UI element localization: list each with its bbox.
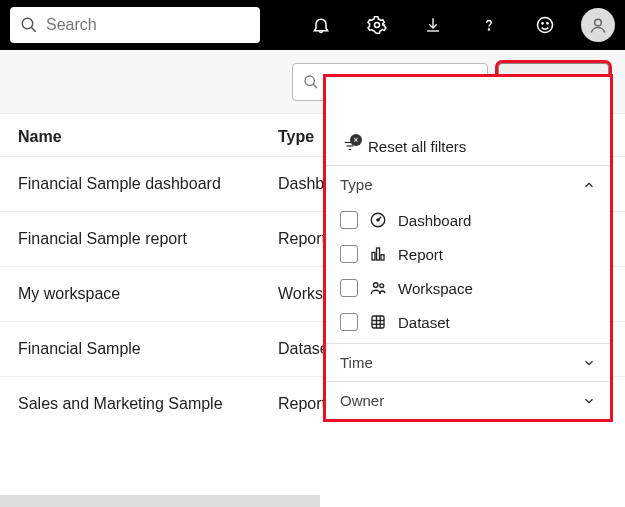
filter-option-workspace[interactable]: Workspace (326, 271, 610, 305)
svg-point-6 (547, 23, 548, 24)
feedback-icon[interactable] (521, 0, 569, 50)
horizontal-scrollbar[interactable] (0, 495, 320, 507)
cell-name: Financial Sample (18, 340, 278, 358)
reset-filters-button[interactable]: × Reset all filters (326, 127, 610, 165)
filter-section-label: Time (340, 354, 373, 371)
checkbox[interactable] (340, 211, 358, 229)
svg-point-22 (380, 284, 384, 288)
col-header-name[interactable]: Name (18, 128, 278, 146)
grid-icon (368, 313, 388, 331)
svg-rect-23 (372, 316, 384, 328)
checkbox[interactable] (340, 279, 358, 297)
filter-section-time[interactable]: Time (326, 343, 610, 381)
search-icon (303, 74, 319, 90)
cell-name: Financial Sample report (18, 230, 278, 248)
global-search-input[interactable] (46, 16, 250, 34)
bars-icon (368, 245, 388, 263)
notifications-icon[interactable] (297, 0, 345, 50)
svg-point-17 (377, 219, 379, 221)
filter-section-type[interactable]: Type (326, 165, 610, 203)
checkbox[interactable] (340, 313, 358, 331)
svg-point-5 (542, 23, 543, 24)
chevron-down-icon (582, 356, 596, 370)
cell-name: Financial Sample dashboard (18, 175, 278, 193)
filter-section-label: Type (340, 176, 373, 193)
filter-option-label: Workspace (398, 280, 473, 297)
svg-point-7 (595, 19, 602, 26)
svg-rect-20 (381, 255, 384, 260)
filter-option-dataset[interactable]: Dataset (326, 305, 610, 343)
filter-section-label: Owner (340, 392, 384, 409)
checkbox[interactable] (340, 245, 358, 263)
chevron-down-icon (582, 394, 596, 408)
svg-rect-19 (377, 248, 380, 260)
download-icon[interactable] (409, 0, 457, 50)
reset-filters-icon: × (340, 137, 360, 155)
svg-rect-18 (372, 253, 375, 261)
search-icon (20, 16, 38, 34)
filter-panel: × Reset all filters Type Dashboard Repor… (323, 74, 613, 422)
settings-icon[interactable] (353, 0, 401, 50)
svg-point-8 (305, 76, 314, 85)
svg-point-0 (22, 18, 33, 29)
cell-name: Sales and Marketing Sample (18, 395, 278, 413)
filter-option-report[interactable]: Report (326, 237, 610, 271)
global-search[interactable] (10, 7, 260, 43)
filter-option-label: Dashboard (398, 212, 471, 229)
account-avatar[interactable] (581, 8, 615, 42)
gauge-icon (368, 211, 388, 229)
svg-line-1 (31, 27, 36, 32)
filter-section-owner[interactable]: Owner (326, 381, 610, 419)
help-icon[interactable] (465, 0, 513, 50)
reset-filters-label: Reset all filters (368, 138, 466, 155)
svg-point-2 (375, 23, 380, 28)
filter-option-label: Dataset (398, 314, 450, 331)
svg-point-21 (374, 283, 379, 288)
svg-line-9 (313, 84, 317, 88)
cell-name: My workspace (18, 285, 278, 303)
top-bar (0, 0, 625, 50)
filter-option-label: Report (398, 246, 443, 263)
filter-option-dashboard[interactable]: Dashboard (326, 203, 610, 237)
people-icon (368, 279, 388, 297)
chevron-up-icon (582, 178, 596, 192)
content-area: Name Type Financial Sample dashboard Das… (0, 114, 625, 507)
svg-point-3 (488, 29, 489, 30)
svg-point-4 (538, 18, 553, 33)
